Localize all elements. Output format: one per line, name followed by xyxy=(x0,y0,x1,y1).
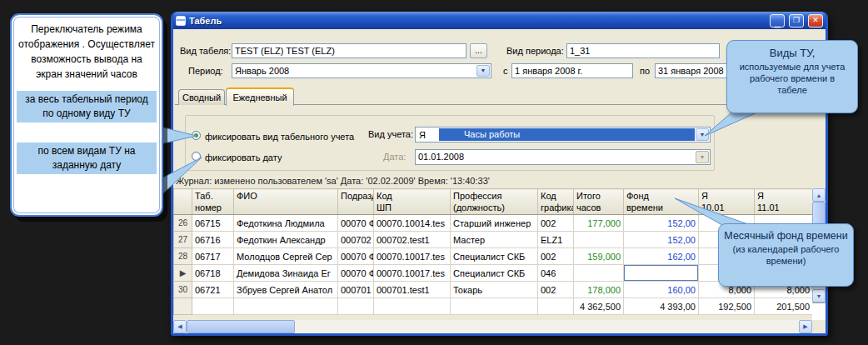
grid-cell[interactable]: ELZ1 xyxy=(538,232,574,248)
vid-ucheta-dropdown-button[interactable]: ▼ xyxy=(696,128,709,141)
date-from-label: с xyxy=(503,66,508,76)
grid-cell[interactable]: 000701 с xyxy=(338,282,374,298)
row-number[interactable]: 26 xyxy=(174,215,192,232)
vid-perioda-input[interactable]: 1_31 xyxy=(566,43,720,58)
grid-cell[interactable]: 00070.10014.tes xyxy=(374,215,451,232)
radio-fix-date-label: фиксировать дату xyxy=(205,152,282,162)
grid-cell[interactable]: 000701.test1 xyxy=(374,282,451,298)
column-header[interactable]: Подразд xyxy=(338,189,374,215)
grid-cell[interactable]: 159,000 xyxy=(574,248,624,265)
grid-cell[interactable]: 06717 xyxy=(192,248,234,265)
current-row-indicator[interactable]: ▶ xyxy=(174,265,192,282)
scroll-left-icon: ◀ xyxy=(177,323,182,330)
totals-cell xyxy=(338,298,374,315)
period-dropdown-button[interactable]: ▼ xyxy=(476,65,490,77)
scroll-left-button[interactable]: ◀ xyxy=(173,320,187,333)
column-header[interactable]: Я 11.01 xyxy=(755,189,813,215)
scroll-right-icon: ▶ xyxy=(803,323,807,330)
grid-cell[interactable]: Специалист СКБ xyxy=(451,265,538,282)
totals-filler xyxy=(812,302,826,320)
date-to-input[interactable]: 31 января 2008 г. xyxy=(655,63,731,78)
column-header[interactable]: Фонд времени xyxy=(624,189,699,215)
grid-cell[interactable] xyxy=(624,265,699,282)
grid-cell[interactable]: 06716 xyxy=(192,232,234,248)
column-header[interactable]: ФИО xyxy=(234,189,338,215)
vid-tabelya-input[interactable]: TEST (ELZ) TEST (ELZ) xyxy=(232,43,466,58)
tab-svodny[interactable]: Сводный xyxy=(178,89,225,105)
horizontal-scrollbar[interactable]: ◀ ▶ xyxy=(173,320,812,333)
grid-cell[interactable]: 000702 с xyxy=(338,232,374,248)
row-number[interactable]: 27 xyxy=(174,232,192,248)
grid-cell[interactable]: Специалист СКБ xyxy=(451,248,538,265)
scroll-up-button[interactable]: ▲ xyxy=(812,188,826,202)
column-header[interactable]: Профессия (должность) xyxy=(451,189,538,215)
grid-cell[interactable]: Федоткин Александр xyxy=(234,232,338,248)
grid-cell[interactable]: 160,00 xyxy=(624,282,699,298)
column-header[interactable]: Таб. номер xyxy=(192,189,234,215)
grid-cell[interactable]: 00070.10017.tes xyxy=(374,265,451,282)
column-header[interactable]: Я 10.01 xyxy=(699,189,755,215)
minimize-button[interactable]: ▁ xyxy=(770,14,785,28)
table-row[interactable]: 3006721Збруев Сергей Анатол000701 с00070… xyxy=(174,282,813,298)
grid-cell[interactable]: Федоткина Людмила xyxy=(234,215,338,232)
grid-cell[interactable]: 06718 xyxy=(192,265,234,282)
grid-cell[interactable] xyxy=(574,265,624,282)
callout-vid-tu-body: используемые для учета рабочего времени … xyxy=(727,59,857,101)
scroll-down-icon: ▼ xyxy=(816,293,822,299)
grid-cell[interactable]: 177,000 xyxy=(574,215,624,232)
grid-cell[interactable]: 002 xyxy=(538,215,574,232)
grid-cell[interactable] xyxy=(574,232,624,248)
horizontal-scroll-thumb[interactable] xyxy=(187,320,295,333)
grid-cell[interactable]: 000702.test1 xyxy=(374,232,451,248)
grid-cell[interactable]: 046 xyxy=(538,265,574,282)
grid-body: 2606715Федоткина Людмила00070 Ф00070.100… xyxy=(174,215,813,315)
grid-cell[interactable]: 06721 xyxy=(192,282,234,298)
grid-cell[interactable]: 06715 xyxy=(192,215,234,232)
grid-cell[interactable]: 00070 Ф xyxy=(338,248,374,265)
vid-ucheta-code: Я xyxy=(419,129,426,141)
grid-cell[interactable]: 178,000 xyxy=(574,282,624,298)
tab-ezhednevny[interactable]: Ежедневный xyxy=(226,88,294,106)
row-number[interactable]: 28 xyxy=(174,248,192,265)
grid-cell[interactable]: Токарь xyxy=(451,282,538,298)
grid-cell[interactable]: 00070.10017.tes xyxy=(374,248,451,265)
scroll-down-button[interactable]: ▼ xyxy=(812,289,826,302)
vid-ucheta-combo[interactable]: Я Часы работы ▼ xyxy=(415,127,711,142)
data-field[interactable]: 01.01.2008 ▼ xyxy=(415,149,711,165)
grid-cell[interactable]: Демидова Зинаида Ег xyxy=(234,265,338,282)
grid-cell[interactable]: Старший инженер xyxy=(451,215,538,232)
radio-fix-date[interactable] xyxy=(192,152,201,161)
totals-cell xyxy=(234,298,338,315)
grid-cell[interactable]: Мастер xyxy=(451,232,538,248)
row-number[interactable]: 30 xyxy=(174,282,192,298)
close-button[interactable]: ✕ xyxy=(808,14,823,28)
data-label: Дата: xyxy=(383,152,406,162)
scroll-up-icon: ▲ xyxy=(816,192,822,198)
grid-cell[interactable]: Збруев Сергей Анатол xyxy=(234,282,338,298)
grid-cell[interactable]: 152,00 xyxy=(624,215,699,232)
table-row[interactable]: 2806717Молодцов Сергей Сер00070 Ф00070.1… xyxy=(174,248,813,265)
browse-button[interactable]: ... xyxy=(470,43,487,58)
column-header[interactable]: Код ШП xyxy=(374,189,451,215)
grid-cell[interactable]: Молодцов Сергей Сер xyxy=(234,248,338,265)
column-header[interactable]: Код графика xyxy=(538,189,574,215)
grid-cell[interactable]: 00070 Ф xyxy=(338,265,374,282)
scroll-right-button[interactable]: ▶ xyxy=(799,320,812,333)
table-row[interactable]: 2706716Федоткин Александр000702 с000702.… xyxy=(174,232,813,248)
radio-fix-uchet[interactable] xyxy=(192,131,201,140)
annotation-intro-text: Переключатель режима отображения . Осуще… xyxy=(17,22,157,82)
table-row[interactable]: 2606715Федоткина Людмила00070 Ф00070.100… xyxy=(174,215,813,232)
table-row[interactable]: ▶06718Демидова Зинаида Ег00070 Ф00070.10… xyxy=(174,265,813,282)
restore-button[interactable]: ❐ xyxy=(789,14,804,28)
totals-cell xyxy=(451,298,538,315)
grid-cell[interactable]: 00070 Ф xyxy=(338,215,374,232)
title-bar[interactable]: Табель ▁ ❐ ✕ xyxy=(173,12,826,29)
column-header[interactable]: Итого часов xyxy=(574,189,624,215)
period-combo[interactable]: Январь 2008 ▼ xyxy=(232,63,491,78)
grid-cell[interactable]: 162,00 xyxy=(624,248,699,265)
date-from-input[interactable]: 1 января 2008 г. xyxy=(511,63,633,78)
grid-cell[interactable]: 002 xyxy=(538,248,574,265)
period-value: Январь 2008 xyxy=(235,66,289,76)
grid-cell[interactable]: 152,00 xyxy=(624,232,699,248)
grid-cell[interactable]: 002 xyxy=(538,282,574,298)
